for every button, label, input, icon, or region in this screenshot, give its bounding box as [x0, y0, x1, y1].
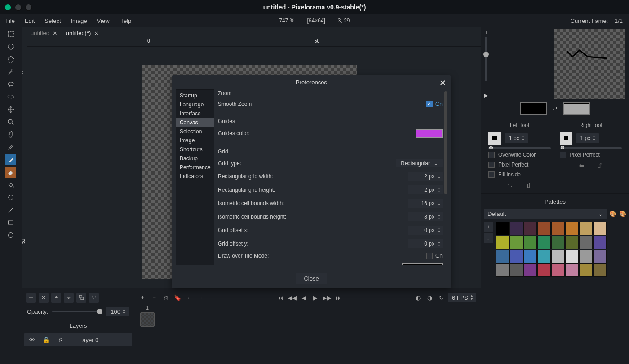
palette-color-cell[interactable] — [509, 236, 523, 249]
tool-pan[interactable] — [5, 129, 16, 140]
tool-pencil[interactable] — [5, 154, 16, 165]
category-indicators[interactable]: Indicators — [176, 172, 214, 181]
frame-move-right[interactable]: → — [196, 293, 206, 303]
brush-shape-button[interactable] — [560, 132, 572, 145]
tool-lasso[interactable] — [5, 79, 16, 90]
brush-size-stepper[interactable]: 1 px ▴▾ — [576, 133, 600, 143]
palette-color-cell[interactable] — [523, 263, 537, 277]
palette-color-cell[interactable] — [565, 222, 579, 235]
playback-step-back[interactable]: ◀ — [299, 293, 309, 303]
palette-color-cell[interactable] — [509, 222, 523, 235]
category-language[interactable]: Language — [176, 100, 214, 109]
tool-polygon-select[interactable] — [5, 54, 16, 65]
onion-next-icon[interactable]: ◑ — [425, 293, 435, 303]
tool-move[interactable] — [5, 104, 16, 115]
palette-color-cell[interactable] — [537, 236, 551, 249]
dialog-close-button[interactable]: Close — [296, 273, 327, 284]
palette-color-cell[interactable] — [537, 222, 551, 235]
brush-size-slider[interactable] — [488, 147, 551, 149]
layer-row[interactable]: 👁 🔓 ⎘ Layer 0 — [24, 333, 132, 346]
dialog-close-icon[interactable]: ✕ — [439, 78, 446, 88]
palette-color-cell[interactable] — [523, 236, 537, 249]
iso-height-stepper[interactable]: 8 px ▴▾ — [408, 212, 443, 221]
palette-color-cell[interactable] — [509, 250, 523, 263]
menu-file[interactable]: File — [5, 18, 15, 24]
palette-color-cell[interactable] — [537, 263, 551, 277]
guides-color-swatch[interactable] — [416, 129, 443, 138]
window-maximize[interactable] — [25, 4, 32, 11]
palette-color-cell[interactable] — [551, 250, 565, 263]
palette-color-cell[interactable] — [551, 222, 565, 235]
window-close[interactable] — [4, 4, 11, 11]
mirror-v-icon[interactable]: ⇵ — [526, 182, 531, 189]
palette-color-cell[interactable] — [523, 222, 537, 235]
layer-remove[interactable] — [39, 293, 49, 303]
palette-color-cell[interactable] — [509, 263, 523, 277]
layer-merge[interactable] — [89, 293, 99, 303]
palette-color-cell[interactable] — [579, 222, 593, 235]
playback-last[interactable]: ⏭ — [334, 293, 344, 303]
palette-color-cell[interactable] — [496, 250, 509, 263]
palette-color-cell[interactable] — [579, 263, 593, 277]
tool-eraser[interactable] — [5, 167, 16, 178]
category-canvas[interactable]: Canvas — [176, 118, 214, 127]
layer-clone[interactable] — [76, 293, 86, 303]
playback-first[interactable]: ⏮ — [275, 293, 285, 303]
category-shortcuts[interactable]: Shortcuts — [176, 145, 214, 154]
onion-prev-icon[interactable]: ◐ — [413, 293, 423, 303]
category-image[interactable]: Image — [176, 136, 214, 145]
tool-magic-wand[interactable] — [5, 66, 16, 77]
iso-width-stepper[interactable]: 16 px ▴▾ — [408, 199, 443, 208]
brush-size-stepper[interactable]: 1 px ▴▾ — [505, 133, 528, 143]
tool-line[interactable] — [5, 205, 16, 215]
rect-grid-height-stepper[interactable]: 2 px ▴▾ — [408, 185, 443, 194]
brush-size-slider[interactable] — [560, 147, 622, 149]
tool-rectangle[interactable] — [5, 217, 16, 228]
ruler-vertical[interactable]: 0 50 — [22, 47, 27, 288]
scrollbar-thumb[interactable] — [444, 91, 447, 194]
mirror-h-icon[interactable]: ⇋ — [508, 182, 513, 189]
preview-play-icon[interactable]: ▶ — [484, 92, 488, 99]
primary-color-swatch[interactable] — [520, 102, 547, 115]
layer-lock-icon[interactable]: 🔓 — [41, 335, 51, 345]
window-minimize[interactable] — [15, 4, 22, 11]
palette-color-cell[interactable] — [593, 236, 607, 249]
tool-shading[interactable] — [5, 192, 16, 203]
palette-color-cell[interactable] — [537, 250, 551, 263]
opacity-value-stepper[interactable]: 100 ▴▾ — [106, 307, 129, 316]
rect-grid-width-stepper[interactable]: 2 px ▴▾ — [408, 172, 443, 181]
tool-color-select[interactable] — [5, 92, 16, 102]
menu-view[interactable]: View — [97, 18, 110, 24]
playback-prev[interactable]: ◀◀ — [287, 293, 297, 303]
palette-color-cell[interactable] — [496, 222, 509, 235]
palette-color-cell[interactable] — [551, 236, 565, 249]
palette-color-cell[interactable] — [551, 263, 565, 277]
tab-untitled[interactable]: untitled × — [26, 29, 62, 37]
tool-bucket[interactable] — [5, 180, 16, 190]
secondary-color-swatch[interactable] — [563, 102, 590, 115]
tool-ellipse-select[interactable] — [5, 41, 16, 52]
palette-color-cell[interactable] — [579, 250, 593, 263]
ruler-horizontal[interactable]: 0 50 — [27, 39, 481, 47]
palette-color-add[interactable]: + — [484, 222, 493, 232]
overwrite-color-checkbox[interactable] — [488, 152, 495, 158]
palette-color-cell[interactable] — [565, 236, 579, 249]
menu-help[interactable]: Help — [120, 18, 132, 24]
category-interface[interactable]: Interface — [176, 109, 214, 118]
mirror-h-icon[interactable]: ⇋ — [579, 162, 584, 169]
palette-color-cell[interactable] — [593, 250, 607, 263]
palette-color-cell[interactable] — [496, 236, 509, 249]
category-performance[interactable]: Performance — [176, 163, 214, 172]
palette-color-remove[interactable]: - — [484, 233, 493, 243]
palette-color-cell[interactable] — [593, 222, 607, 235]
menu-edit[interactable]: Edit — [25, 18, 35, 24]
smooth-zoom-checkbox[interactable] — [426, 101, 433, 107]
layer-visibility-icon[interactable]: 👁 — [27, 335, 37, 345]
palette-color-cell[interactable] — [523, 250, 537, 263]
grid-offset-x-stepper[interactable]: 0 px ▴▾ — [408, 226, 443, 235]
frame-move-left[interactable]: ← — [184, 293, 194, 303]
fps-stepper[interactable]: 6 FPS ▴▾ — [448, 293, 476, 302]
palette-color-cell[interactable] — [579, 236, 593, 249]
tab-untitled-modified[interactable]: untitled(*) × — [62, 29, 103, 37]
playback-next[interactable]: ▶▶ — [322, 293, 332, 303]
